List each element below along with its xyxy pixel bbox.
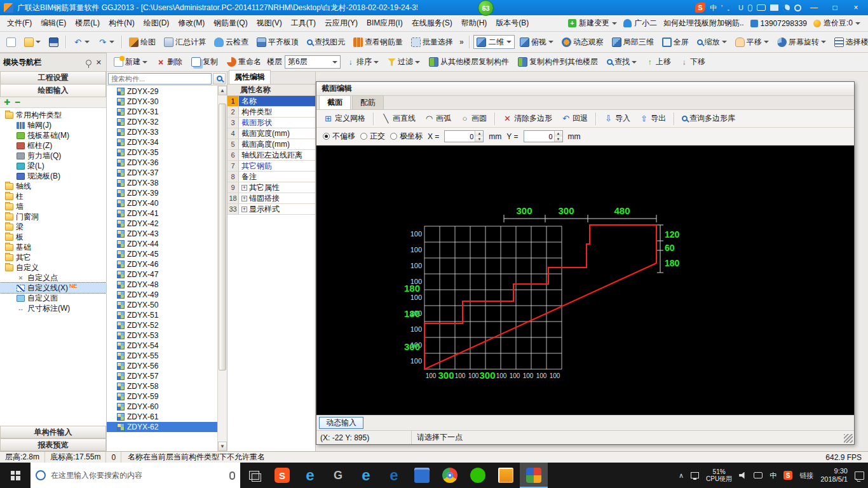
- taskbar-app-browser-2[interactable]: e: [380, 463, 408, 488]
- y-spinner[interactable]: ▲▼: [554, 131, 562, 142]
- menu-item[interactable]: 编辑(E): [36, 16, 71, 30]
- batch-select-button[interactable]: 批量选择: [408, 34, 456, 50]
- delete-component-button[interactable]: ×删除: [153, 54, 186, 70]
- resize-grip[interactable]: [844, 434, 853, 443]
- mic-icon[interactable]: [748, 4, 752, 11]
- tree-item[interactable]: 轴网(J): [0, 120, 106, 130]
- orbit-button[interactable]: 动态观察: [559, 34, 607, 50]
- component-list-item[interactable]: ZDYX-48: [107, 280, 227, 290]
- undo-step-button[interactable]: ↶回退: [558, 111, 591, 126]
- ime-mode-indicator[interactable]: 中: [710, 3, 717, 13]
- taskbar-app-notebook[interactable]: [408, 463, 436, 488]
- maximize-button[interactable]: □: [827, 0, 843, 15]
- component-list-item[interactable]: ZDYX-32: [107, 117, 227, 127]
- y-input[interactable]: [524, 131, 554, 142]
- bean-counter[interactable]: 造价豆:0: [813, 18, 860, 29]
- sort-button[interactable]: ↓排序: [343, 54, 382, 70]
- new-file-button[interactable]: [3, 35, 19, 50]
- expand-icon[interactable]: [241, 185, 247, 191]
- import-button[interactable]: ⇩导入: [600, 111, 634, 126]
- export-button[interactable]: ⇧导出: [636, 111, 669, 126]
- tab-property-editor[interactable]: 属性编辑: [229, 70, 271, 84]
- dynamic-input-button[interactable]: 动态输入: [319, 417, 363, 429]
- tree-item[interactable]: 框柱(Z): [0, 140, 106, 151]
- menu-item[interactable]: 工具(T): [287, 16, 320, 30]
- start-button[interactable]: [0, 463, 31, 488]
- ime-period-icon[interactable]: 。: [727, 3, 734, 13]
- draw-line-button[interactable]: ╲画直线: [378, 111, 419, 126]
- local-3d-button[interactable]: 局部三维: [609, 34, 657, 50]
- tree-item[interactable]: 板: [0, 232, 106, 242]
- component-list-item[interactable]: ZDYX-58: [107, 381, 227, 391]
- component-list-item[interactable]: ZDYX-29: [107, 86, 227, 97]
- night-mode-icon[interactable]: [783, 4, 790, 11]
- select-floor-button[interactable]: 选择楼层: [831, 34, 868, 50]
- find-element-button[interactable]: 查找图元: [304, 34, 348, 50]
- component-list-item[interactable]: ZDYX-53: [107, 330, 227, 341]
- radio-polar[interactable]: 极坐标: [390, 131, 423, 142]
- undo-button[interactable]: ↶: [70, 35, 93, 50]
- save-button[interactable]: [46, 35, 62, 50]
- define-grid-button[interactable]: ⊞定义网格: [320, 111, 369, 126]
- project-settings-button[interactable]: 工程设置: [0, 72, 106, 85]
- taskbar-search[interactable]: 在这里输入你要搜索的内容: [31, 463, 240, 488]
- component-list-item[interactable]: ZDYX-38: [107, 178, 227, 188]
- tree-item[interactable]: 剪力墙(Q): [0, 151, 106, 161]
- property-row[interactable]: 7 其它钢筋: [227, 161, 315, 172]
- align-slab-top-button[interactable]: 平齐板顶: [254, 34, 302, 50]
- x-spinner[interactable]: ▲▼: [475, 131, 483, 142]
- component-list-item[interactable]: ZDYX-60: [107, 402, 227, 412]
- sogou-tray-icon[interactable]: S: [783, 471, 792, 480]
- cpu-widget[interactable]: 51%CPU使用: [706, 468, 732, 482]
- property-row[interactable]: 1 名称: [227, 96, 315, 107]
- taskbar-app-g[interactable]: G: [324, 463, 352, 488]
- component-list-item[interactable]: ZDYX-56: [107, 361, 227, 371]
- new-change-button[interactable]: 新建变更: [568, 18, 617, 29]
- pan-button[interactable]: 平移: [732, 34, 772, 50]
- component-list-item[interactable]: ZDYX-55: [107, 351, 227, 361]
- expand-all-icon[interactable]: ✚: [4, 98, 10, 107]
- component-list-item[interactable]: ZDYX-42: [107, 219, 227, 229]
- component-list-item[interactable]: ZDYX-62: [107, 422, 227, 432]
- property-row[interactable]: 4 截面宽度(mm): [227, 128, 315, 139]
- minimize-button[interactable]: —: [806, 0, 822, 15]
- filter-button[interactable]: 过滤: [384, 54, 423, 70]
- zoom-button[interactable]: 缩放: [694, 34, 730, 50]
- component-list-item[interactable]: ZDYX-36: [107, 158, 227, 168]
- floor-select[interactable]: 第6层: [285, 55, 341, 69]
- tree-item[interactable]: 自定义面: [0, 293, 106, 303]
- tree-item[interactable]: 现浇板(B): [0, 171, 106, 181]
- rename-component-button[interactable]: 重命名: [224, 54, 264, 70]
- taskbar-app-edge[interactable]: e: [296, 463, 324, 488]
- taskbar-app-chrome[interactable]: [436, 463, 464, 488]
- top-view-button[interactable]: 俯视: [517, 34, 557, 50]
- tree-item[interactable]: 自定义线(X) NE: [0, 283, 106, 293]
- task-view-button[interactable]: [240, 463, 268, 488]
- property-row[interactable]: 2 构件类型: [227, 107, 315, 118]
- component-list-item[interactable]: ZDYX-43: [107, 229, 227, 239]
- taskbar-app-spreadsheet[interactable]: [492, 463, 520, 488]
- tree-item[interactable]: 自定义: [0, 262, 106, 273]
- menu-item[interactable]: 修改(M): [173, 16, 209, 30]
- phone-contact[interactable]: 13907298339: [750, 19, 807, 28]
- component-list-item[interactable]: ZDYX-39: [107, 188, 227, 198]
- property-row[interactable]: 5 截面高度(mm): [227, 139, 315, 150]
- draw-input-button[interactable]: 绘图输入: [0, 85, 106, 97]
- drawing-area[interactable]: 截面编辑 截面 配筋 ⊞定义网格 ╲画直线 ◠画弧 ○画圆 ✕清除多边形 ↶回退…: [316, 72, 868, 451]
- redo-button[interactable]: ↷: [95, 35, 118, 50]
- component-list-item[interactable]: ZDYX-33: [107, 127, 227, 137]
- taskbar-app-browser-1[interactable]: e: [352, 463, 380, 488]
- close-button[interactable]: ×: [848, 0, 864, 15]
- list-scrollbar[interactable]: ▲ ▼: [217, 86, 227, 451]
- draw-arc-button[interactable]: ◠画弧: [421, 111, 454, 126]
- component-list-item[interactable]: ZDYX-34: [107, 137, 227, 147]
- move-up-button[interactable]: ↑上移: [642, 54, 674, 70]
- ime-u-mode-icon[interactable]: U: [738, 3, 743, 13]
- component-list-item[interactable]: ZDYX-35: [107, 147, 227, 158]
- menu-item[interactable]: 楼层(L): [71, 16, 104, 30]
- scrollbar-thumb[interactable]: [219, 104, 226, 370]
- assistant-button[interactable]: 广小二: [623, 18, 657, 29]
- component-list-item[interactable]: ZDYX-51: [107, 310, 227, 320]
- copy-to-floor-button[interactable]: 复制构件到其他楼层: [515, 54, 601, 70]
- draw-circle-button[interactable]: ○画圆: [457, 111, 490, 126]
